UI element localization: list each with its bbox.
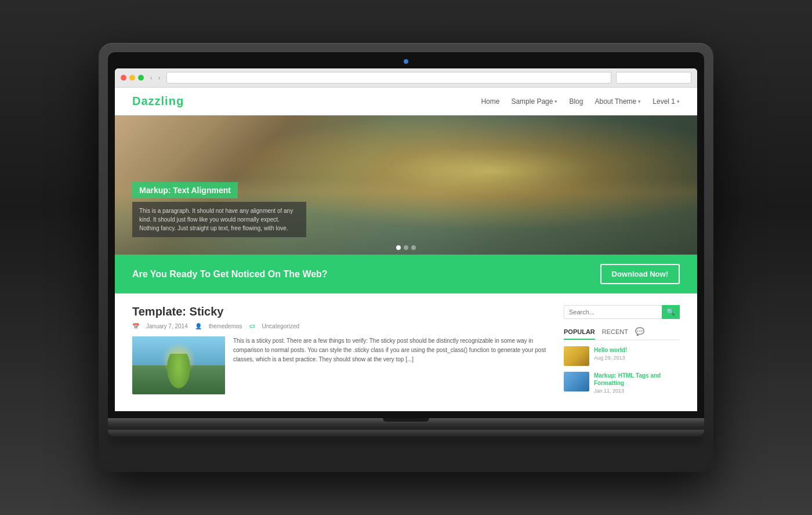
- site-header: Dazzling Home Sample Page ▾ Blog About T…: [115, 88, 697, 115]
- sidebar-post-info-2: Markup: HTML Tags and Formatting Jan 11,…: [594, 372, 680, 394]
- user-icon: 👤: [195, 323, 202, 329]
- browser-chrome: ‹ ›: [115, 68, 697, 88]
- slider-dots: [396, 245, 416, 250]
- nav-item-sample-page[interactable]: Sample Page ▾: [511, 97, 557, 106]
- laptop-base: [108, 418, 704, 429]
- slider-dot-2[interactable]: [404, 245, 408, 250]
- browser-search-input[interactable]: [616, 72, 691, 84]
- post-date: January 7, 2014: [146, 323, 188, 329]
- blog-area: Template: Sticky 📅 January 7, 2014 👤 the…: [132, 305, 552, 400]
- sidebar-post-1: Hello world! Aug 29, 2013: [564, 346, 680, 366]
- minimize-button[interactable]: [129, 75, 135, 81]
- main-content: Template: Sticky 📅 January 7, 2014 👤 the…: [115, 293, 697, 411]
- post-title: Template: Sticky: [132, 305, 552, 318]
- sidebar-search: 🔍: [564, 305, 680, 319]
- browser-nav: ‹ ›: [148, 73, 162, 82]
- site-nav: Home Sample Page ▾ Blog About Theme ▾ Le…: [481, 97, 680, 106]
- tag-icon: 🏷: [249, 323, 255, 329]
- post-author: themedemos: [209, 323, 242, 329]
- nav-item-home[interactable]: Home: [481, 97, 499, 106]
- website-content: Dazzling Home Sample Page ▾ Blog About T…: [115, 88, 697, 411]
- nav-item-about-theme[interactable]: About Theme ▾: [594, 97, 641, 106]
- sidebar-thumb-1: [564, 346, 589, 366]
- sidebar-post-date-2: Jan 11, 2013: [594, 388, 680, 394]
- sidebar-search-button[interactable]: 🔍: [662, 305, 680, 319]
- chevron-down-icon-2: ▾: [638, 99, 641, 104]
- post-excerpt: This is a sticky post. There are a few t…: [233, 336, 552, 394]
- laptop-notch: [383, 418, 429, 422]
- post-meta: 📅 January 7, 2014 👤 themedemos 🏷 Uncateg…: [132, 323, 552, 329]
- forward-button[interactable]: ›: [157, 73, 162, 82]
- hero-trees-decoration: [435, 115, 697, 255]
- tab-recent[interactable]: RECENT: [602, 328, 628, 340]
- laptop-bottom: [108, 430, 704, 437]
- screen-bezel: ‹ › Dazzling Home Sample Page ▾: [108, 52, 704, 418]
- site-logo: Dazzling: [132, 95, 184, 108]
- hero-description: This is a paragraph. It should not have …: [132, 202, 306, 237]
- nav-item-level1[interactable]: Level 1 ▾: [652, 97, 680, 106]
- hero-slider[interactable]: Markup: Text Alignment This is a paragra…: [115, 115, 697, 255]
- close-button[interactable]: [121, 75, 126, 81]
- post-body: This is a sticky post. There are a few t…: [132, 336, 552, 394]
- tab-popular[interactable]: POPULAR: [564, 328, 595, 340]
- sidebar-post-2: Markup: HTML Tags and Formatting Jan 11,…: [564, 372, 680, 394]
- laptop: ‹ › Dazzling Home Sample Page ▾: [99, 43, 713, 472]
- sidebar: 🔍 POPULAR RECENT 💬 Hello world!: [564, 305, 680, 400]
- browser-window: ‹ › Dazzling Home Sample Page ▾: [115, 68, 697, 411]
- download-now-button[interactable]: Download Now!: [600, 264, 680, 284]
- maximize-button[interactable]: [138, 75, 144, 81]
- sidebar-search-input[interactable]: [564, 305, 662, 319]
- address-bar[interactable]: [166, 72, 611, 84]
- traffic-lights: [121, 75, 144, 81]
- slider-dot-1[interactable]: [396, 245, 401, 250]
- search-icon: 🔍: [666, 308, 675, 316]
- slider-dot-3[interactable]: [411, 245, 416, 250]
- sidebar-tabs: POPULAR RECENT 💬: [564, 327, 680, 340]
- chevron-down-icon-3: ▾: [677, 99, 680, 104]
- calendar-icon: 📅: [132, 323, 139, 329]
- webcam-dot: [404, 59, 408, 64]
- nav-item-blog[interactable]: Blog: [569, 97, 583, 106]
- sidebar-post-info-1: Hello world! Aug 29, 2013: [594, 346, 680, 361]
- cta-text: Are You Ready To Get Noticed On The Web?: [132, 269, 328, 280]
- chevron-down-icon: ▾: [554, 99, 557, 104]
- back-button[interactable]: ‹: [148, 73, 154, 82]
- sidebar-thumb-2: [564, 372, 589, 391]
- tab-comments[interactable]: 💬: [635, 327, 644, 340]
- hero-content: Markup: Text Alignment This is a paragra…: [132, 182, 306, 237]
- sidebar-post-title-2[interactable]: Markup: HTML Tags and Formatting: [594, 372, 680, 387]
- sidebar-post-date-1: Aug 29, 2013: [594, 355, 680, 361]
- post-thumbnail: [132, 336, 225, 394]
- sidebar-post-title-1[interactable]: Hello world!: [594, 346, 680, 354]
- hero-title: Markup: Text Alignment: [132, 182, 238, 198]
- post-category: Uncategorized: [262, 323, 299, 329]
- cta-banner: Are You Ready To Get Noticed On The Web?…: [115, 255, 697, 293]
